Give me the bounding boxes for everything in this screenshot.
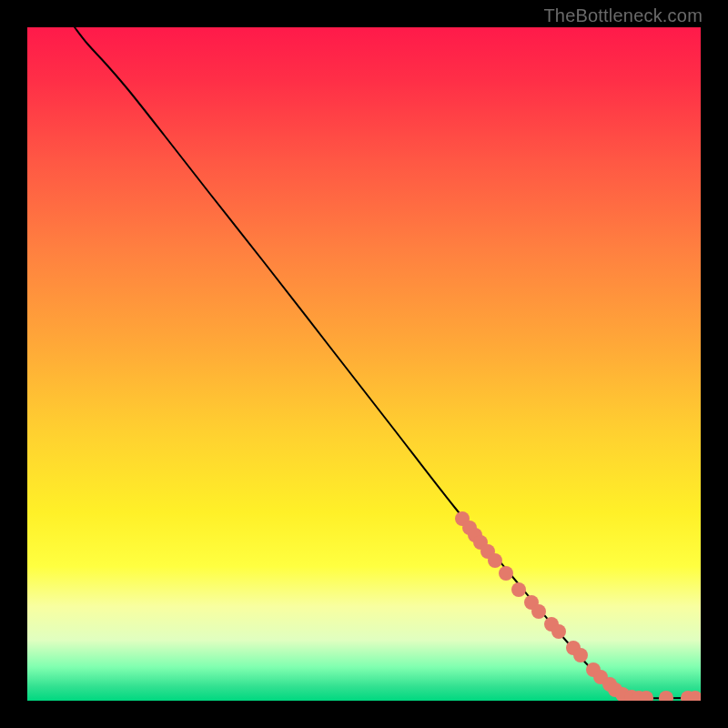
markers-layer [27, 27, 701, 701]
marker-dot [488, 553, 502, 568]
watermark-text: TheBottleneck.com [543, 5, 703, 26]
marker-dot [659, 691, 673, 701]
marker-dot [551, 624, 566, 639]
marker-dot [499, 566, 513, 581]
marker-dot [573, 648, 588, 662]
marker-dot [511, 582, 526, 597]
plot-area [27, 27, 701, 701]
scatter-markers [455, 511, 701, 701]
chart-container: TheBottleneck.com [0, 0, 728, 728]
marker-dot [531, 604, 546, 619]
